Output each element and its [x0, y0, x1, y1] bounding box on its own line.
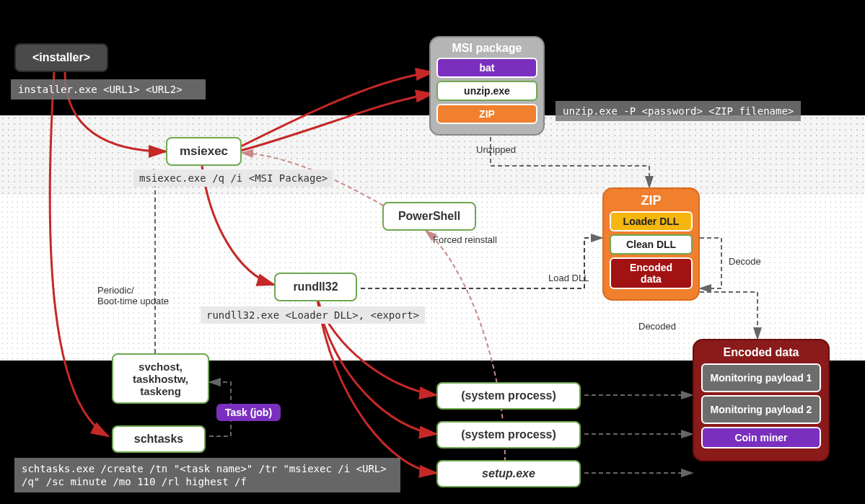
zip-clean: Clean DLL — [610, 234, 693, 255]
msi-package-panel: MSI package bat unzip.exe ZIP — [429, 36, 545, 136]
msi-zip: ZIP — [436, 104, 537, 124]
installer-cmd-text: installer.exe <URL1> <URL2> — [18, 84, 183, 95]
installer-cmd: installer.exe <URL1> <URL2> — [11, 79, 206, 100]
installer-label: <installer> — [32, 51, 90, 64]
sysproc2-label: (system process) — [461, 428, 556, 441]
msi-title: MSI package — [436, 42, 537, 55]
taskjob-label: Task (job) — [225, 407, 272, 418]
powershell-node: PowerShell — [382, 202, 476, 231]
rundll32-cmd: rundll32.exe <Loader DLL>, <export> — [201, 306, 425, 324]
loaddll-label: Load DLL — [548, 273, 589, 283]
setup-label: setup.exe — [482, 467, 535, 480]
zip-title: ZIP — [610, 193, 693, 208]
sysproc1-node: (system process) — [436, 382, 581, 410]
taskjob-tag: Task (job) — [216, 404, 281, 421]
unzip-cmd: unzip.exe -P <password> <ZIP filename> — [556, 101, 801, 121]
rundll32-label: rundll32 — [293, 280, 338, 293]
schtasks-label: schtasks — [134, 433, 184, 446]
decode-label: Decode — [729, 256, 761, 267]
schtasks-node: schtasks — [112, 425, 206, 453]
unzip-cmd-text: unzip.exe -P <password> <ZIP filename> — [563, 105, 794, 117]
zip-loader: Loader DLL — [610, 211, 693, 231]
zip-encoded: Encoded data — [610, 257, 693, 289]
schtasks-cmd-text: schtasks.exe /create /tn "<task name>" /… — [22, 463, 387, 487]
periodic-label: Periodic/ Boot-time update — [97, 285, 169, 306]
msiexec-label: msiexec — [180, 144, 228, 159]
unzipped-label: Unzipped — [476, 144, 516, 155]
decoded-label: Decoded — [638, 321, 676, 332]
msiexec-cmd-text: msiexec.exe /q /i <MSI Package> — [139, 172, 328, 184]
setup-node: setup.exe — [436, 460, 581, 487]
forced-reinstall-label: Forced reinstall — [433, 234, 497, 245]
msiexec-node: msiexec — [166, 137, 242, 166]
msi-bat: bat — [436, 58, 537, 78]
encoded-mon1: Monitoring payload 1 — [701, 363, 821, 392]
encoded-mon2: Monitoring payload 2 — [701, 395, 821, 424]
encoded-coin: Coin miner — [701, 427, 821, 448]
schtasks-cmd: schtasks.exe /create /tn "<task name>" /… — [14, 458, 400, 492]
msiexec-cmd: msiexec.exe /q /i <MSI Package> — [133, 169, 333, 187]
zip-panel: ZIP Loader DLL Clean DLL Encoded data — [602, 187, 700, 301]
rundll32-node: rundll32 — [274, 273, 357, 301]
rundll32-cmd-text: rundll32.exe <Loader DLL>, <export> — [206, 309, 419, 321]
installer-node: <installer> — [14, 43, 108, 72]
svchost-label: svchost, taskhostw, taskeng — [123, 361, 198, 397]
encoded-title: Encoded data — [701, 346, 821, 359]
msi-unzip: unzip.exe — [436, 81, 537, 101]
svchost-node: svchost, taskhostw, taskeng — [112, 353, 209, 404]
encoded-panel: Encoded data Monitoring payload 1 Monito… — [693, 339, 830, 461]
sysproc2-node: (system process) — [436, 421, 581, 448]
powershell-label: PowerShell — [398, 210, 460, 223]
sysproc1-label: (system process) — [461, 389, 556, 402]
